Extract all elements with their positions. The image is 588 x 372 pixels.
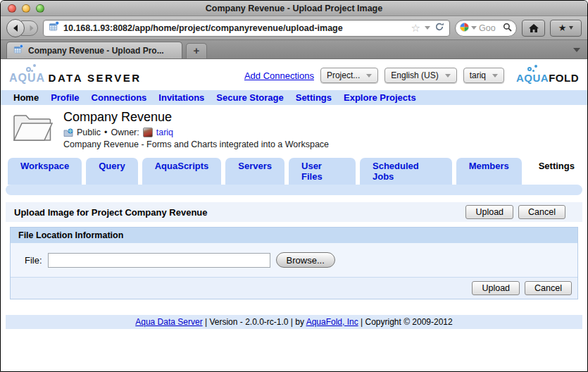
chevron-down-icon (445, 74, 451, 78)
tab-workspace[interactable]: Workspace (8, 158, 82, 185)
tab-servers[interactable]: Servers (225, 158, 284, 185)
visibility-label: Public (77, 128, 101, 137)
language-select-label: English (US) (391, 70, 438, 80)
owner-name-link[interactable]: tariq (156, 128, 173, 137)
tab-favicon-icon (13, 44, 23, 57)
project-meta: Public • Owner: tariq (63, 128, 329, 137)
search-box[interactable]: Goo (455, 20, 517, 37)
tab-query[interactable]: Query (86, 158, 138, 185)
back-button[interactable] (6, 19, 25, 37)
tab-aquascripts[interactable]: AquaScripts (142, 158, 222, 185)
add-connections-link[interactable]: Add Connections (244, 70, 314, 81)
upload-button-top[interactable]: Upload (465, 205, 513, 219)
logo-data-server-text: DATA SERVER (49, 72, 142, 84)
owner-avatar (143, 128, 153, 137)
home-icon (528, 23, 539, 33)
nav-link-home[interactable]: Home (13, 92, 39, 103)
tab-scheduled-jobs[interactable]: Scheduled Jobs (360, 158, 452, 185)
logo-bubble-icon (26, 67, 31, 72)
nav-link-settings[interactable]: Settings (296, 92, 332, 103)
site-header: AQUA DATA SERVER Add Connections Project… (1, 59, 587, 90)
main-nav: HomeProfileConnectionsInvitationsSecure … (1, 90, 587, 105)
web-page: AQUA DATA SERVER Add Connections Project… (1, 59, 587, 371)
logo-bubble-icon (527, 67, 532, 71)
project-title: Company Revenue (63, 110, 329, 125)
browser-toolbar: 10.168.1.93:8082/app/home/project/compan… (1, 16, 587, 39)
project-header: Company Revenue Public • Owner: tariq Co… (1, 105, 587, 151)
aquafold-fold-text: FOLD (549, 72, 579, 84)
tab-panel-band (6, 185, 582, 195)
logo-aqua-text: AQUA (9, 72, 45, 84)
url-bar[interactable]: 10.168.1.93:8082/app/home/project/compan… (43, 20, 450, 37)
home-button[interactable] (522, 20, 545, 37)
upload-button-bottom[interactable]: Upload (472, 281, 520, 295)
footer-company-link[interactable]: AquaFold, Inc (306, 317, 358, 327)
cancel-button-top[interactable]: Cancel (518, 205, 565, 219)
search-input[interactable]: Goo (479, 23, 501, 33)
url-text[interactable]: 10.168.1.93:8082/app/home/project/compan… (63, 23, 407, 33)
nav-link-profile[interactable]: Profile (51, 92, 79, 103)
aquafold-logo: AQUAFOLD (516, 67, 579, 85)
google-logo-icon[interactable] (460, 22, 469, 35)
user-select[interactable]: tariq (463, 68, 504, 83)
reload-icon[interactable] (434, 22, 444, 35)
tab-user-files[interactable]: User Files (289, 158, 356, 185)
logo-bubble-icon (532, 70, 534, 72)
nav-link-secure-storage[interactable]: Secure Storage (216, 92, 283, 103)
upload-heading: Upload Image for Project Company Revenue (14, 207, 461, 218)
project-description: Company Revenue - Forms and Charts integ… (63, 140, 329, 149)
new-tab-button[interactable]: + (186, 43, 207, 58)
chevron-down-icon (492, 74, 498, 78)
bookmarks-star-icon: ★ (558, 23, 567, 32)
file-row: File: Browse... (11, 243, 577, 278)
file-path-input[interactable] (48, 253, 270, 268)
cancel-button-bottom[interactable]: Cancel (525, 281, 572, 295)
tab-strip: Company Revenue - Upload Pro... + (1, 39, 587, 59)
history-nav-buttons (6, 19, 38, 37)
logo-bubble-icon (33, 64, 36, 67)
file-location-heading: File Location Information (11, 228, 577, 243)
page-whitespace (1, 329, 587, 371)
chevron-down-icon (366, 74, 372, 78)
aqua-data-server-logo: AQUA DATA SERVER (9, 66, 142, 85)
titlebar[interactable]: Company Revenue - Upload Project Image (1, 1, 587, 16)
project-info: Company Revenue Public • Owner: tariq Co… (63, 110, 329, 149)
bookmark-star-icon[interactable]: ☆ (411, 23, 420, 33)
site-footer: Aqua Data Server | Version - 2.0.0-rc-1.… (6, 315, 582, 329)
zoom-window-button[interactable] (36, 4, 44, 13)
search-engine-dropdown-icon[interactable] (471, 26, 477, 30)
magnifier-icon[interactable] (503, 22, 512, 35)
footer-copyright-text: | Copyright © 2009-2012 (361, 317, 453, 327)
file-label: File: (25, 255, 42, 266)
project-select-label: Project... (327, 70, 360, 80)
project-folder-icon (11, 110, 54, 145)
forward-arrow-icon (28, 25, 35, 32)
site-favicon-icon (49, 21, 59, 35)
footer-product-link[interactable]: Aqua Data Server (135, 317, 202, 327)
minimize-window-button[interactable] (22, 4, 30, 13)
tab-settings[interactable]: Settings (526, 158, 587, 185)
url-dropdown-icon[interactable] (425, 26, 430, 30)
aquafold-aqua-text: AQUA (516, 72, 549, 84)
window-title: Company Revenue - Upload Project Image (1, 4, 587, 13)
nav-link-invitations[interactable]: Invitations (158, 92, 204, 103)
back-arrow-icon (11, 24, 20, 32)
browser-window: Company Revenue - Upload Project Image 1… (0, 0, 588, 372)
bookmarks-button[interactable]: ★ (550, 20, 582, 37)
browser-tab[interactable]: Company Revenue - Upload Pro... (6, 42, 182, 58)
language-select[interactable]: English (US) (384, 68, 456, 83)
public-folder-icon (63, 128, 73, 137)
tab-members[interactable]: Members (456, 158, 522, 185)
browse-button[interactable]: Browse... (276, 252, 335, 268)
nav-link-explore-projects[interactable]: Explore Projects (344, 92, 416, 103)
footer-version-text: | Version - 2.0.0-rc-1.0 | by (205, 317, 304, 327)
project-select[interactable]: Project... (320, 68, 378, 83)
list-all-tabs-chevron-icon[interactable] (573, 42, 580, 55)
browser-tab-title: Company Revenue - Upload Pro... (28, 46, 164, 56)
user-select-label: tariq (470, 70, 486, 80)
window-controls (8, 4, 44, 13)
close-window-button[interactable] (8, 4, 16, 13)
logo-bubble-icon (31, 70, 33, 72)
meta-bullet: • (104, 128, 107, 137)
nav-link-connections[interactable]: Connections (92, 92, 147, 103)
